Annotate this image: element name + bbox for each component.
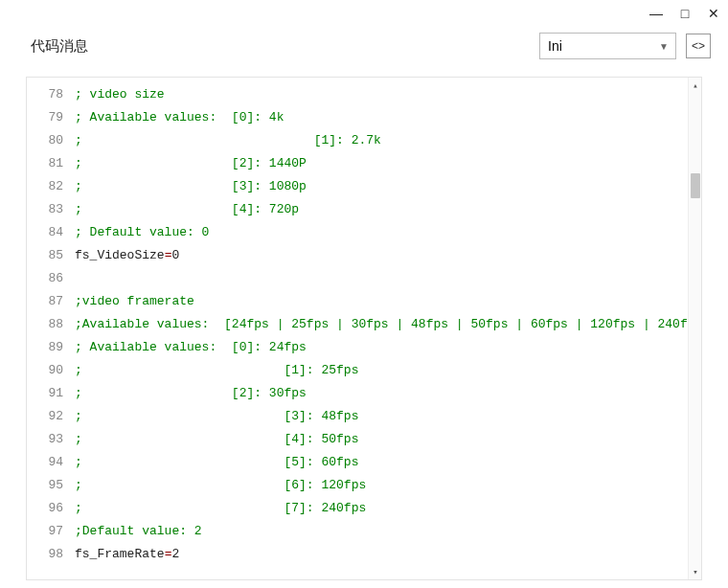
line-number: 94 [27,451,75,474]
line-number: 87 [27,290,75,313]
code-line[interactable]: ; [2]: 30fps [75,382,688,405]
comment-token: ; Default value: 0 [75,225,209,239]
code-line[interactable]: ; [5]: 60fps [75,451,688,474]
line-number: 80 [27,129,75,152]
comment-token: ; [2]: 1440P [75,156,307,170]
line-number: 79 [27,106,75,129]
line-number: 83 [27,198,75,221]
value-token: 0 [171,248,179,262]
code-line[interactable]: ; Default value: 0 [75,221,688,244]
code-line[interactable]: fs_FrameRate=2 [75,543,688,566]
line-number: 97 [27,520,75,543]
code-line[interactable]: ;Default value: 2 [75,520,688,543]
comment-token: ; [3]: 48fps [75,409,358,423]
comment-token: ;video framerate [75,294,194,308]
code-line[interactable]: ; [1]: 2.7k [75,129,688,152]
line-number: 85 [27,244,75,267]
dialog-header: 代码消息 Ini ▼ <> [0,27,728,65]
line-number: 96 [27,497,75,520]
line-number: 81 [27,152,75,175]
line-number: 90 [27,359,75,382]
line-number: 98 [27,543,75,566]
line-number: 84 [27,221,75,244]
line-number: 91 [27,382,75,405]
window-minimize-button[interactable]: — [649,7,663,20]
window-maximize-button[interactable]: □ [678,7,692,20]
value-token: 2 [171,547,179,561]
titlebar: — □ ✕ [0,0,728,27]
line-number: 82 [27,175,75,198]
key-token: fs_VideoSize [75,248,165,262]
code-line[interactable]: ; [1]: 25fps [75,359,688,382]
language-select[interactable]: Ini ▼ [539,33,676,59]
window-close-button[interactable]: ✕ [707,7,720,20]
line-number-gutter: 7879808182838485868788899091929394959697… [27,78,75,566]
code-icon: <> [692,39,705,53]
scroll-thumb[interactable] [691,173,700,198]
code-line[interactable]: ; [2]: 1440P [75,152,688,175]
comment-token: ; Available values: [0]: 4k [75,110,284,124]
dialog-title: 代码消息 [31,37,88,56]
comment-token: ; [3]: 1080p [75,179,307,193]
code-line[interactable]: ; [4]: 720p [75,198,688,221]
code-line[interactable]: ; video size [75,83,688,106]
scroll-down-button[interactable]: ▾ [689,564,701,579]
code-line[interactable]: ; [4]: 50fps [75,428,688,451]
code-line[interactable]: ; Available values: [0]: 4k [75,106,688,129]
code-line[interactable]: ;Available values: [24fps | 25fps | 30fp… [75,313,688,336]
code-line[interactable]: ; [7]: 240fps [75,497,688,520]
line-number: 88 [27,313,75,336]
comment-token: ; [5]: 60fps [75,455,358,469]
comment-token: ; [2]: 30fps [75,386,307,400]
comment-token: ; [6]: 120fps [75,478,366,492]
comment-token: ; Available values: [0]: 24fps [75,340,307,354]
code-content[interactable]: ; video size; Available values: [0]: 4k;… [75,78,688,566]
comment-token: ; [1]: 2.7k [75,133,381,147]
language-select-input[interactable]: Ini [539,33,676,59]
line-number: 95 [27,474,75,497]
key-token: fs_FrameRate [75,547,165,561]
code-line[interactable]: fs_VideoSize=0 [75,244,688,267]
code-toggle-button[interactable]: <> [686,34,711,58]
line-number: 78 [27,83,75,106]
line-number: 89 [27,336,75,359]
line-number: 92 [27,405,75,428]
comment-token: ; [1]: 25fps [75,363,358,377]
comment-token: ;Available values: [24fps | 25fps | 30fp… [75,317,701,331]
code-line[interactable]: ; [3]: 48fps [75,405,688,428]
code-line[interactable]: ;video framerate [75,290,688,313]
code-editor: 7879808182838485868788899091929394959697… [26,77,702,580]
comment-token: ; [7]: 240fps [75,501,366,515]
code-line[interactable]: ; [3]: 1080p [75,175,688,198]
code-line[interactable]: ; [6]: 120fps [75,474,688,497]
comment-token: ;Default value: 2 [75,524,202,538]
line-number: 86 [27,267,75,290]
code-line[interactable]: ; Available values: [0]: 24fps [75,336,688,359]
scroll-up-button[interactable]: ▴ [689,78,701,93]
vertical-scrollbar[interactable]: ▴ ▾ [688,78,701,579]
comment-token: ; [4]: 50fps [75,432,358,446]
comment-token: ; [4]: 720p [75,202,299,216]
comment-token: ; video size [75,87,165,102]
code-line[interactable] [75,267,688,290]
line-number: 93 [27,428,75,451]
